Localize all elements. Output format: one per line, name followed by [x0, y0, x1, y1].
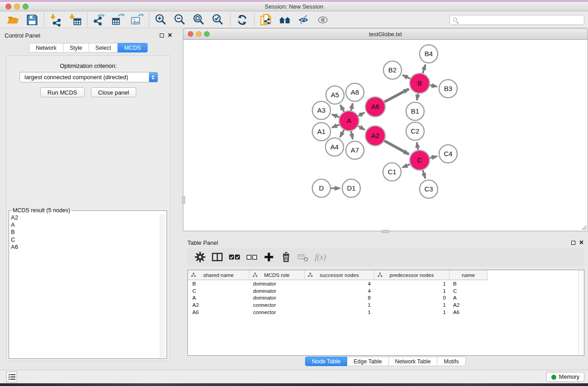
graph-edge-A-A4[interactable]: [340, 130, 344, 137]
zoom-in-button[interactable]: [152, 12, 171, 28]
graph-edge-A-A8[interactable]: [351, 103, 353, 110]
zoom-out-button[interactable]: [171, 12, 190, 28]
graph-edge-A-A6[interactable]: [358, 113, 364, 116]
criterion-select[interactable]: largest connected component (directed): [19, 72, 158, 82]
search-input[interactable]: [460, 16, 581, 24]
graph-edge-A6-B[interactable]: [384, 89, 409, 102]
graph-edge-C-C4[interactable]: [430, 156, 437, 158]
tab-network-table[interactable]: Network Table: [389, 357, 438, 366]
graph-edge-B-B2[interactable]: [403, 75, 411, 79]
table-row[interactable]: Adominator80A: [188, 295, 584, 302]
graph-node-C2[interactable]: C2: [406, 122, 424, 140]
network-window-titlebar[interactable]: testGlobe.txt: [183, 28, 588, 40]
graph-node-C3[interactable]: C3: [420, 180, 438, 198]
graph-edge-A2-C[interactable]: [384, 141, 409, 154]
tab-edge-table[interactable]: Edge Table: [347, 357, 388, 366]
graph-node-B4[interactable]: B4: [420, 45, 438, 63]
function-builder-button[interactable]: f(x): [312, 249, 329, 265]
graph-node-A8[interactable]: A8: [346, 83, 364, 101]
network-maximize-button[interactable]: [204, 31, 210, 37]
column-header-MCDS-role[interactable]: MCDS role: [249, 270, 305, 280]
network-minimize-button[interactable]: [196, 31, 201, 37]
graph-edge-C-C1[interactable]: [402, 164, 410, 167]
export-image-button[interactable]: [128, 12, 147, 28]
graph-node-C4[interactable]: C4: [439, 145, 457, 163]
save-session-button[interactable]: [23, 12, 42, 28]
zoom-fit-button[interactable]: [190, 12, 209, 28]
graph-node-A6[interactable]: A6: [365, 97, 385, 117]
task-history-button[interactable]: [6, 372, 17, 382]
refresh-view-button[interactable]: [233, 12, 252, 28]
tab-network[interactable]: Network: [29, 43, 63, 52]
graph-node-C1[interactable]: C1: [383, 163, 401, 181]
network-canvas-svg[interactable]: B4B2BB3A8A5A6A3B1AC2A1A2A4A7C4CC1DD1C3: [183, 40, 588, 230]
graph-node-A4[interactable]: A4: [325, 138, 344, 156]
show-graphics-button[interactable]: [314, 12, 333, 28]
import-network-button[interactable]: [47, 12, 66, 28]
graph-edge-B-B4[interactable]: [423, 65, 425, 73]
export-table-button[interactable]: [109, 12, 128, 28]
network-close-button[interactable]: [188, 31, 193, 37]
column-header-shared-name[interactable]: shared name: [188, 270, 249, 280]
memory-button[interactable]: Memory: [546, 372, 584, 382]
delete-column-button[interactable]: [277, 249, 295, 265]
delete-table-button[interactable]: [295, 249, 312, 265]
graph-node-A5[interactable]: A5: [326, 86, 344, 104]
mcds-result-scrollbar[interactable]: [160, 214, 166, 357]
graph-edge-C-C3[interactable]: [423, 170, 425, 178]
table-row[interactable]: Cdominator41C: [188, 287, 584, 295]
table-row[interactable]: Bdominator41B: [188, 280, 584, 287]
column-header-predecessor-nodes[interactable]: predecessor nodes: [374, 270, 449, 280]
run-mcds-button[interactable]: Run MCDS: [40, 87, 85, 97]
home-layouts-button[interactable]: [276, 12, 295, 28]
graph-node-A2[interactable]: A2: [365, 126, 385, 146]
add-column-button[interactable]: [260, 249, 277, 265]
zoom-selected-button[interactable]: [209, 12, 228, 28]
table-row[interactable]: A2connector11A2: [188, 301, 584, 309]
graph-node-A1[interactable]: A1: [312, 123, 330, 141]
select-all-button[interactable]: [226, 249, 243, 265]
graph-edge-A-A7[interactable]: [351, 131, 353, 139]
graph-edge-A-A5[interactable]: [340, 105, 344, 112]
tab-node-table[interactable]: Node Table: [305, 357, 347, 366]
vertical-splitter-handle[interactable]: [182, 196, 185, 204]
graph-edge-B-B1[interactable]: [417, 94, 418, 100]
graph-node-B1[interactable]: B1: [406, 102, 424, 120]
column-header-name[interactable]: name: [449, 270, 488, 280]
table-row[interactable]: A6connector11A6: [188, 309, 584, 316]
graph-node-D[interactable]: D: [312, 179, 330, 197]
tab-motifs[interactable]: Motifs: [437, 357, 465, 366]
column-header-successor-nodes[interactable]: successor nodes: [305, 270, 374, 280]
table-scrollbar[interactable]: [578, 271, 583, 355]
tab-select[interactable]: Select: [89, 43, 118, 52]
export-network-button[interactable]: [90, 12, 109, 28]
horizontal-splitter-handle[interactable]: [382, 230, 389, 233]
graph-node-A[interactable]: A: [339, 111, 359, 131]
graph-node-A7[interactable]: A7: [346, 141, 364, 159]
close-panel-button[interactable]: Close panel: [91, 87, 137, 97]
graph-node-B2[interactable]: B2: [383, 61, 402, 79]
graph-node-A3[interactable]: A3: [312, 101, 330, 119]
tab-mcds[interactable]: MCDS: [118, 43, 148, 52]
copy-network-button[interactable]: [257, 12, 276, 28]
graph-node-B3[interactable]: B3: [439, 80, 457, 98]
graph-node-C[interactable]: C: [410, 150, 430, 170]
search-field[interactable]: [449, 15, 584, 25]
table-settings-button[interactable]: [191, 249, 209, 265]
float-table-panel-icon[interactable]: [571, 241, 575, 245]
close-panel-icon[interactable]: ×: [168, 33, 172, 38]
graph-edge-A-A2[interactable]: [358, 126, 365, 129]
graph-edge-C-C2[interactable]: [417, 143, 418, 150]
float-panel-icon[interactable]: [160, 33, 164, 38]
graph-edge-A-A3[interactable]: [332, 114, 339, 117]
close-window-button[interactable]: [5, 4, 11, 10]
graph-edge-B-B3[interactable]: [430, 85, 437, 86]
split-view-button[interactable]: [209, 249, 226, 265]
tab-style[interactable]: Style: [63, 43, 89, 52]
resize-grip-icon[interactable]: [581, 224, 587, 230]
deselect-all-button[interactable]: [243, 249, 260, 265]
maximize-window-button[interactable]: [23, 4, 29, 10]
import-table-button[interactable]: [66, 12, 85, 28]
graph-edge-A-A1[interactable]: [332, 124, 339, 127]
hide-graphics-button[interactable]: [295, 12, 314, 28]
